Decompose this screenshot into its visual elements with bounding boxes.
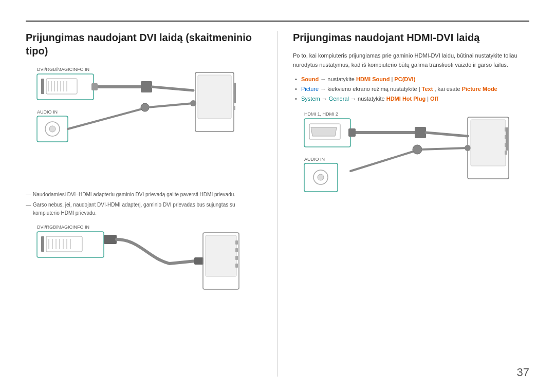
right-section: Prijungimas naudojant HDMI-DVI laidą Po …: [278, 31, 540, 377]
conn-top-label: DVI/RGB/MAGICINFO IN: [37, 67, 89, 72]
hdmi-hot-plug: HDMI Hot Plug: [386, 96, 425, 102]
picture-text: → kiekvieno ekrano režimą nustatykite |: [320, 86, 421, 92]
sys-text: → nustatykite: [350, 96, 386, 102]
right-description: Po to, kai kompiuteris prijungiamas prie…: [293, 51, 540, 69]
svg-rect-19: [198, 75, 231, 119]
svg-rect-29: [41, 236, 44, 252]
svg-line-51: [350, 151, 416, 171]
hdmi-sound: HDMI Sound: [356, 76, 390, 82]
svg-rect-0: [37, 74, 94, 100]
left-diagram-bottom: DVI/RGB/MAGICINFO IN: [26, 222, 262, 315]
top-line: [26, 21, 529, 22]
audio-in-right-label: AUDIO IN: [304, 157, 325, 162]
conn-bottom-label: DVI/RGB/MAGICINFO IN: [37, 225, 89, 230]
page-number: 37: [517, 366, 529, 379]
left-diagram-top: DVI/RGB/MAGICINFO IN: [26, 65, 262, 188]
svg-rect-57: [471, 120, 506, 166]
page: Prijungimas naudojant DVI laidą (skaitme…: [0, 0, 555, 392]
note-2: Garso nebus, jei, naudojant DVI-HDMI ada…: [26, 201, 262, 217]
left-top-svg: DVI/RGB/MAGICINFO IN: [26, 65, 247, 183]
pc-dvi: PC(DVI): [394, 76, 415, 82]
svg-rect-43: [235, 248, 238, 252]
svg-rect-11: [91, 83, 98, 90]
bullet-1: Sound → nustatykite HDMI Sound | PC(DVI): [295, 74, 540, 84]
system-word: System: [301, 96, 320, 102]
svg-rect-24: [234, 83, 236, 103]
content-row: Prijungimas naudojant DVI laidą (skaitme…: [26, 31, 529, 377]
bullet-3: System → General → nustatykite HDMI Hot …: [295, 94, 540, 104]
svg-rect-50: [415, 127, 426, 138]
svg-rect-23: [233, 106, 235, 110]
svg-rect-44: [235, 256, 238, 260]
picture-mode: Picture Mode: [462, 86, 497, 92]
right-title: Prijungimas naudojant HDMI-DVI laidą: [293, 31, 540, 44]
note-1: Naudodamiesi DVI–HDMI adapteriu gaminio …: [26, 191, 262, 199]
svg-rect-41: [206, 235, 236, 276]
audio-in-top-label: AUDIO IN: [37, 109, 58, 115]
svg-rect-61: [505, 151, 507, 155]
svg-rect-49: [348, 128, 356, 137]
svg-line-53: [426, 133, 468, 136]
arrow-1: → nustatykite: [320, 76, 356, 82]
sound-word: Sound: [301, 76, 319, 82]
picture-mid: , kai esate: [434, 86, 461, 92]
svg-line-25: [152, 87, 193, 90]
hdmi-label: HDMI 1, HDMI 2: [304, 111, 338, 117]
svg-line-26: [147, 103, 193, 107]
svg-point-65: [318, 174, 324, 180]
sys-arrow: →: [322, 96, 329, 102]
left-title: Prijungimas naudojant DVI laidą (skaitme…: [26, 31, 262, 58]
svg-rect-39: [194, 257, 203, 265]
svg-rect-1: [41, 79, 44, 94]
off-word: Off: [430, 96, 438, 102]
svg-rect-62: [506, 127, 508, 151]
general-word: General: [329, 96, 349, 102]
svg-rect-45: [235, 264, 238, 268]
svg-rect-42: [235, 240, 238, 245]
right-svg: HDMI 1, HDMI 2: [293, 109, 540, 253]
svg-line-16: [68, 108, 144, 129]
svg-line-54: [421, 148, 468, 150]
svg-rect-38: [104, 235, 117, 244]
right-diagram: HDMI 1, HDMI 2: [293, 109, 540, 253]
svg-point-27: [190, 100, 196, 106]
notes-area: Naudodamiesi DVI–HDMI adapteriu gaminio …: [26, 191, 262, 217]
picture-word: Picture: [301, 86, 319, 92]
svg-rect-12: [141, 81, 152, 92]
left-section: Prijungimas naudojant DVI laidą (skaitme…: [26, 31, 278, 377]
left-bottom-svg: DVI/RGB/MAGICINFO IN: [26, 222, 247, 312]
bullet-list: Sound → nustatykite HDMI Sound | PC(DVI)…: [293, 74, 540, 103]
text-word: Text: [422, 86, 433, 92]
bullet-2: Picture → kiekvieno ekrano režimą nustat…: [295, 84, 540, 94]
svg-point-15: [49, 126, 55, 132]
